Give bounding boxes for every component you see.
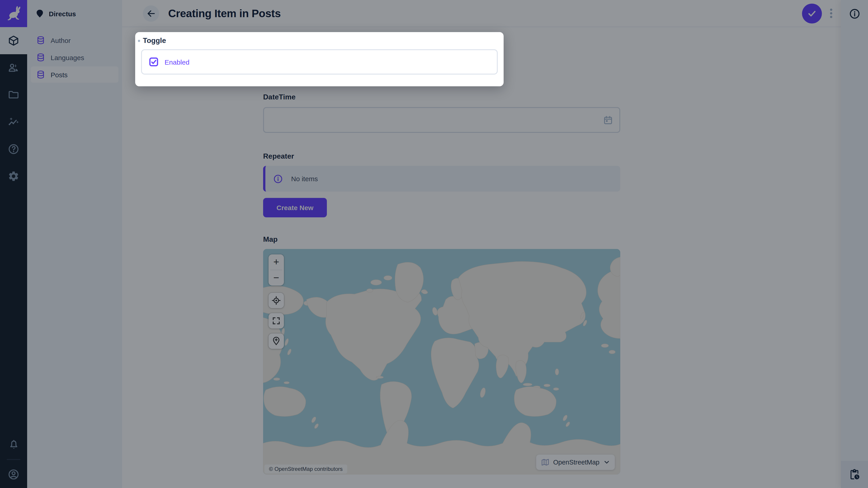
toggle-field-header: Toggle	[135, 32, 504, 45]
toggle-field-label: Toggle	[143, 37, 166, 45]
field-dot-icon	[138, 39, 140, 42]
toggle-field-card: Toggle Enabled	[135, 32, 504, 86]
toggle-option-label: Enabled	[164, 58, 189, 66]
toggle-checkbox-input[interactable]: Enabled	[141, 49, 498, 74]
checkbox-checked-icon	[149, 57, 158, 66]
app-window: Directus Author Languages	[0, 0, 868, 488]
